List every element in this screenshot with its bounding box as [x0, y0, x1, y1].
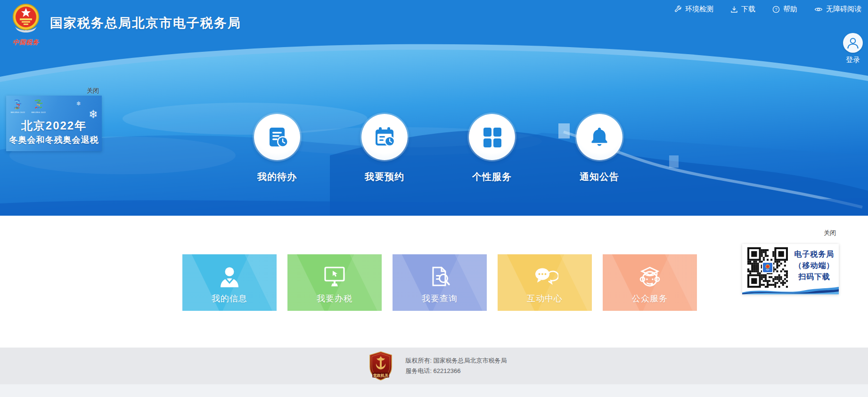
qr-center-tax-logo-icon [762, 262, 773, 273]
mobile-app-qr-panel[interactable]: 电子税务局 （移动端） 扫码下载 [742, 244, 839, 294]
card-public-services[interactable]: 公众服务 [603, 254, 697, 311]
quick-link-appointment[interactable]: 我要预约 [352, 114, 418, 183]
tax-emblem-icon [11, 2, 41, 36]
nav-item-download[interactable]: 下载 [730, 5, 755, 14]
wrench-icon [674, 6, 682, 13]
nav-label: 下载 [741, 5, 755, 14]
bell-icon [576, 114, 622, 160]
wave-decoration [742, 286, 839, 294]
qr-code [747, 247, 788, 288]
top-nav: 环境检测 下载 ? 帮助 无障碍阅读 [674, 5, 861, 14]
beijing2022-olympic-logo: BEIJING 2022 [10, 99, 26, 113]
todo-list-clock-icon [254, 114, 300, 160]
main-section: 关闭 我的信息 [0, 216, 868, 348]
login-label: 登录 [842, 56, 864, 65]
calendar-clock-icon [361, 114, 408, 160]
logo-caption: 中国税务 [9, 38, 42, 47]
nav-label: 环境检测 [685, 5, 713, 14]
download-icon [730, 6, 738, 13]
avatar [843, 33, 863, 53]
qr-caption-line: 电子税务局 [791, 249, 837, 260]
chat-bubbles-icon [498, 254, 592, 289]
help-icon: ? [772, 6, 780, 13]
grid-apps-icon [469, 114, 515, 160]
card-label: 我要办税 [287, 293, 382, 304]
site-title: 国家税务总局北京市电子税务局 [50, 15, 241, 32]
card-label: 公众服务 [603, 293, 697, 304]
card-label: 我要查询 [393, 293, 487, 304]
eye-icon [814, 6, 823, 13]
banner-close-button[interactable]: 关闭 [87, 87, 99, 95]
person-icon [846, 36, 860, 50]
hero-header: 中国税务 国家税务总局北京市电子税务局 环境检测 下载 ? 帮助 [0, 0, 868, 216]
nav-item-accessibility[interactable]: 无障碍阅读 [814, 5, 861, 14]
user-icon [182, 254, 277, 289]
snowflake-icon: ❄ [76, 100, 81, 107]
beijing2022-paralympic-logo: BEIJING 2022 [31, 99, 47, 113]
quick-link-label: 通知公告 [566, 170, 632, 183]
winter-olympics-banner[interactable]: BEIJING 2022 BEIJING 2022 ❄ ❄ 北京2022 [6, 96, 102, 151]
quick-link-label: 个性服务 [459, 170, 525, 183]
card-tax-filing[interactable]: 我要办税 [287, 254, 382, 311]
party-government-badge-icon: 党政机关 [368, 351, 393, 381]
monitor-cursor-icon [287, 254, 382, 289]
footer: 党政机关 版权所有: 国家税务总局北京市税务局 服务电话: 62212366 [0, 348, 868, 384]
quick-link-personal-services[interactable]: 个性服务 [459, 114, 525, 183]
footer-bottom-strip [0, 384, 868, 397]
svg-text:?: ? [775, 7, 777, 12]
nav-item-help[interactable]: ? 帮助 [772, 5, 797, 14]
nav-label: 帮助 [783, 5, 797, 14]
footer-copyright: 版权所有: 国家税务总局北京市税务局 [405, 356, 507, 366]
service-cards: 我的信息 我要办税 [182, 254, 697, 311]
qr-close-button[interactable]: 关闭 [824, 229, 836, 237]
banner-line2: 冬奥会和冬残奥会退税 [6, 134, 102, 146]
nav-label: 无障碍阅读 [826, 5, 861, 14]
card-label: 我的信息 [182, 293, 277, 304]
quick-link-my-todo[interactable]: 我的待办 [244, 114, 310, 183]
footer-phone: 服务电话: 62212366 [405, 366, 507, 376]
paralympic-logo-caption: BEIJING 2022 [31, 111, 47, 113]
badge-label: 党政机关 [373, 373, 389, 378]
card-inquiry[interactable]: 我要查询 [393, 254, 487, 311]
olympic-logo-caption: BEIJING 2022 [10, 111, 26, 113]
graduate-headset-icon [603, 254, 697, 289]
qr-caption-line: （移动端） [791, 260, 837, 271]
card-interaction-center[interactable]: 互动中心 [498, 254, 592, 311]
qr-caption: 电子税务局 （移动端） 扫码下载 [791, 249, 837, 283]
card-label: 互动中心 [498, 293, 592, 304]
olympic-logos: BEIJING 2022 BEIJING 2022 [10, 99, 47, 113]
quick-link-notices[interactable]: 通知公告 [566, 114, 632, 183]
page: 中国税务 国家税务总局北京市电子税务局 环境检测 下载 ? 帮助 [0, 0, 868, 397]
site-logo: 中国税务 [9, 2, 42, 47]
nav-item-env-check[interactable]: 环境检测 [674, 5, 713, 14]
banner-line1: 北京2022年 [6, 118, 102, 133]
quick-link-label: 我的待办 [244, 170, 310, 183]
document-search-icon [393, 254, 487, 289]
qr-caption-line: 扫码下载 [791, 271, 837, 283]
login-button[interactable]: 登录 [842, 33, 864, 65]
card-my-info[interactable]: 我的信息 [182, 254, 277, 311]
hero-background [0, 0, 868, 216]
quick-link-label: 我要预约 [352, 170, 418, 183]
